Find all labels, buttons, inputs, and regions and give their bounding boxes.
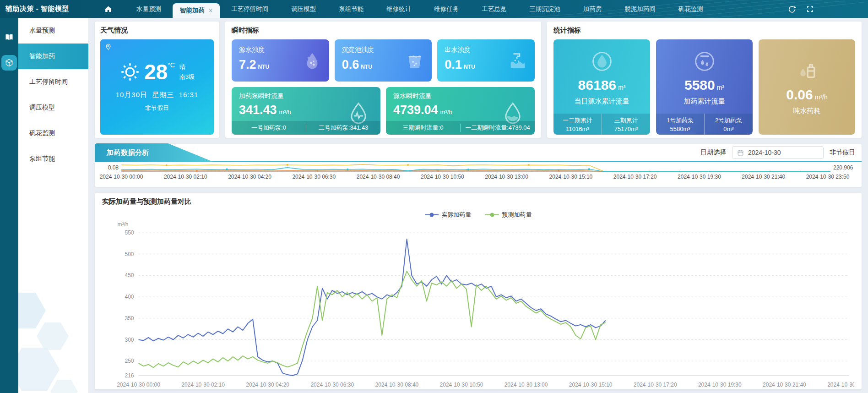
legend-marker <box>485 212 499 218</box>
sidebar-item-智能加药[interactable]: 智能加药 <box>18 44 88 69</box>
comparison-line-chart: 216250300350400450500550m³/h2024-10-30 0… <box>102 220 854 389</box>
flow-card-源水瞬时流量: 源水瞬时流量 4739.04m³/h 三期瞬时流量:0一二期瞬时流量:4739.… <box>386 87 535 135</box>
instant-indicators-panel: 瞬时指标 源水浊度 7.2NTU 沉淀池浊度 0.6NTU 出水浊度 0.1NT… <box>225 22 541 138</box>
stat-label: 当日源水累计流量 <box>575 97 629 106</box>
overview-time-tick: 2024-10-30 00:00 <box>100 174 143 180</box>
flow-sub-value: 二号加药泵:341.43 <box>306 124 380 132</box>
holiday-label: 非节假日 <box>106 104 208 112</box>
svg-text:2024-10-30 10:50: 2024-10-30 10:50 <box>440 382 483 388</box>
fullscreen-icon[interactable] <box>806 5 814 13</box>
tab-工艺总览[interactable]: 工艺总览 <box>470 0 518 18</box>
sidebar-item-水量预测[interactable]: 水量预测 <box>18 18 88 44</box>
overview-time-tick: 2024-10-30 19:30 <box>678 174 721 180</box>
tab-水量预测[interactable]: 水量预测 <box>125 0 173 18</box>
stat-unit: m³ <box>717 84 724 91</box>
stat-value: 5580 <box>684 77 715 93</box>
analysis-header: 加药数据分析 日期选择 2024-10-30 非节假日 <box>95 144 862 162</box>
axis-max-label: 220.906 <box>830 164 857 171</box>
overview-time-tick: 2024-10-30 04:20 <box>228 174 271 180</box>
book-icon[interactable] <box>2 30 16 44</box>
card-unit: m³/h <box>440 109 452 115</box>
sidebar-item-工艺停留时间[interactable]: 工艺停留时间 <box>18 69 88 95</box>
axis-min-label: 0.08 <box>100 164 121 171</box>
temperature-value: 28 <box>144 60 168 84</box>
date-picker[interactable]: 2024-10-30 <box>732 146 824 159</box>
overview-time-tick: 2024-10-30 15:10 <box>549 174 593 180</box>
flow-cards: 加药泵瞬时流量 341.43m³/h 一号加药泵:0二号加药泵:341.43 源… <box>232 87 535 135</box>
holiday-flag: 非节假日 <box>830 148 855 157</box>
stat-card-strip: 1号加药泵5580m³2号加药泵0m³ <box>656 114 753 135</box>
date-controls: 日期选择 2024-10-30 非节假日 <box>700 146 862 159</box>
analysis-ribbon-title: 加药数据分析 <box>95 143 213 162</box>
svg-text:350: 350 <box>125 315 134 322</box>
turbidity-cards: 源水浊度 7.2NTU 沉淀池浊度 0.6NTU 出水浊度 0.1NTU <box>232 39 535 82</box>
weather-wind: 南3级 <box>179 73 195 81</box>
legend-item-预测加药量[interactable]: 预测加药量 <box>485 211 532 219</box>
svg-text:2024-10-30 13:00: 2024-10-30 13:00 <box>505 382 548 388</box>
top-bar: 辅助决策 - 智能模型 水量预测智能加药×工艺停留时间调压模型泵组节能维修统计维… <box>0 0 868 18</box>
stat-sub-cell: 1号加药泵5580m³ <box>656 114 704 135</box>
stat-card-strip: 一二期累计11016m³三期累计75170m³ <box>553 114 650 135</box>
stat-value: 86186 <box>578 77 616 93</box>
water-globe-icon <box>590 49 614 76</box>
weather-current: 28°C 晴 南3级 <box>106 61 208 82</box>
sediment-cup-icon <box>404 50 425 73</box>
ton-water-bottle-icon <box>795 59 819 85</box>
stat-label: 吨水药耗 <box>793 107 821 115</box>
sidebar-item-泵组节能[interactable]: 泵组节能 <box>18 146 88 172</box>
statistics-panel: 统计指标 86186m³ 当日源水累计流量 一二期累计11016m³三期累计75… <box>547 22 862 138</box>
stat-card-当日源水累计流量: 86186m³ 当日源水累计流量 一二期累计11016m³三期累计75170m³ <box>553 39 650 135</box>
tab-脱泥加药间[interactable]: 脱泥加药间 <box>613 0 667 18</box>
tab-bar: 水量预测智能加药×工艺停留时间调压模型泵组节能维修统计维修任务工艺总览三期沉淀池… <box>125 0 715 18</box>
tab-调压模型[interactable]: 调压模型 <box>280 0 327 18</box>
date-select-label: 日期选择 <box>700 148 726 157</box>
temperature-unit: °C <box>168 61 175 69</box>
tab-维修任务[interactable]: 维修任务 <box>423 0 470 18</box>
tab-label: 脱泥加药间 <box>624 5 656 13</box>
tab-close-icon[interactable]: × <box>209 7 212 14</box>
card-unit: NTU <box>464 64 475 70</box>
tab-工艺停留时间[interactable]: 工艺停留时间 <box>220 0 280 18</box>
tab-智能加药[interactable]: 智能加药× <box>173 3 220 18</box>
overview-time-tick: 2024-10-30 10:50 <box>421 174 464 180</box>
tab-label: 矾花监测 <box>678 5 703 13</box>
instant-panel-title: 瞬时指标 <box>232 26 535 35</box>
legend-label: 预测加药量 <box>502 211 532 219</box>
tab-label: 三期沉淀池 <box>529 5 560 13</box>
stat-sub-label: 一二期累计 <box>563 116 592 125</box>
flow-sub-value: 一号加药泵:0 <box>232 124 306 132</box>
overview-time-tick: 2024-10-30 23:50 <box>806 174 850 180</box>
tab-三期沉淀池[interactable]: 三期沉淀池 <box>518 0 572 18</box>
legend-item-实际加药量[interactable]: 实际加药量 <box>425 211 472 219</box>
flow-card-strip: 三期瞬时流量:0一二期瞬时流量:4739.04 <box>386 121 535 135</box>
svg-text:550: 550 <box>125 229 134 236</box>
stat-sub-value: 11016m³ <box>566 126 589 132</box>
tab-泵组节能[interactable]: 泵组节能 <box>327 0 375 18</box>
weather-card: 28°C 晴 南3级 10月30日 星期三 16:31 非节假日 <box>100 39 214 135</box>
svg-text:m³/h: m³/h <box>118 221 129 228</box>
sidebar-item-调压模型[interactable]: 调压模型 <box>18 95 88 120</box>
refresh-icon[interactable] <box>788 5 796 13</box>
model-cube-icon[interactable] <box>1 55 17 71</box>
flow-card-加药泵瞬时流量: 加药泵瞬时流量 341.43m³/h 一号加药泵:0二号加药泵:341.43 <box>232 87 380 135</box>
overview-slider[interactable]: 0.08 220.906 <box>95 162 862 172</box>
card-unit: NTU <box>361 64 372 70</box>
overview-time-tick: 2024-10-30 17:20 <box>613 174 657 180</box>
tab-维修统计[interactable]: 维修统计 <box>375 0 423 18</box>
tab-加药房[interactable]: 加药房 <box>572 0 613 18</box>
tab-label: 工艺停留时间 <box>231 5 268 13</box>
flow-card-strip: 一号加药泵:0二号加药泵:341.43 <box>232 121 380 135</box>
location-pin-icon <box>105 44 112 52</box>
tab-矾花监测[interactable]: 矾花监测 <box>667 0 715 18</box>
tab-label: 水量预测 <box>136 5 161 13</box>
svg-text:2024-10-30 19:30: 2024-10-30 19:30 <box>698 382 742 388</box>
legend-marker <box>425 212 439 218</box>
stat-value: 0.06 <box>786 87 813 102</box>
dosing-drop-icon <box>692 49 717 76</box>
tab-label: 工艺总览 <box>482 5 506 13</box>
sidebar-item-矾花监测[interactable]: 矾花监测 <box>18 120 88 146</box>
card-value: 0.1 <box>445 58 462 71</box>
stat-sub-cell: 三期累计75170m³ <box>602 114 650 135</box>
home-button[interactable] <box>104 5 112 13</box>
turbidity-card-沉淀池浊度: 沉淀池浊度 0.6NTU <box>335 39 432 82</box>
